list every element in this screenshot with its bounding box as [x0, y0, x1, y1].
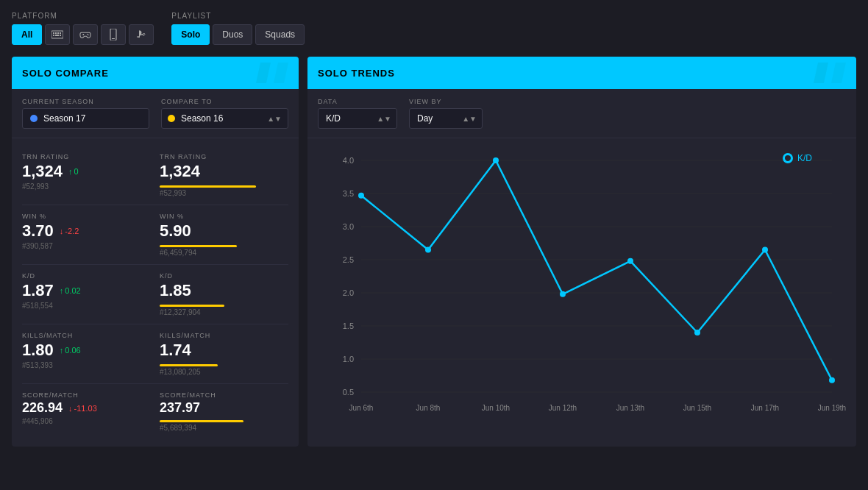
svg-point-11: [88, 35, 89, 35]
trends-controls: DATA K/D Win % Kills/Match Score/Match ▲…: [307, 89, 856, 138]
kills-compare-value: 1.74: [160, 341, 191, 360]
kd-current-value: 1.87: [22, 281, 54, 300]
accent-shape-2: [274, 63, 288, 83]
stat-value-row-kills-current: 1.80 ↑ 0.06: [22, 341, 151, 360]
score-current-rank: #445,906: [22, 417, 151, 425]
solo-compare-title: SOLO COMPARE: [22, 68, 109, 79]
season-select: Season 17: [22, 108, 149, 129]
trn-compare-value: 1,324: [160, 162, 200, 181]
viewby-select[interactable]: Day Week Month: [409, 108, 483, 129]
stat-col-current-win: WIN % 3.70 ↓ -2.2 #390,587: [22, 213, 151, 257]
compare-to-select[interactable]: Season 16 Season 15 Season 14: [162, 109, 288, 128]
accent-shape-1: [256, 63, 271, 83]
svg-text:2.5: 2.5: [343, 255, 354, 264]
platform-all-button[interactable]: All: [12, 24, 42, 45]
compare-to-label: COMPARE TO: [161, 98, 288, 105]
kills-current-change: ↑ 0.06: [60, 346, 81, 355]
playlist-label: PLAYLIST: [171, 12, 305, 20]
svg-text:Jun 19th: Jun 19th: [818, 404, 846, 412]
chart-legend: K/D: [783, 153, 812, 163]
data-label: DATA: [318, 98, 397, 105]
viewby-control-group: VIEW BY Day Week Month ▲▼: [409, 98, 483, 129]
svg-text:2.0: 2.0: [343, 288, 354, 297]
win-current-value: 3.70: [22, 221, 54, 241]
stat-label-win-compare: WIN %: [160, 213, 288, 220]
stat-row-win-pct: WIN % 3.70 ↓ -2.2 #390,587 WIN %: [22, 205, 288, 265]
data-control-group: DATA K/D Win % Kills/Match Score/Match ▲…: [318, 98, 397, 129]
stat-col-compare-kd: K/D 1.85 #12,327,904: [160, 272, 288, 316]
kd-compare-value: 1.85: [160, 281, 191, 300]
win-current-rank: #390,587: [22, 242, 151, 250]
compare-to-group: COMPARE TO Season 16 Season 15 Season 14…: [161, 98, 288, 129]
platform-controller-button[interactable]: [73, 24, 98, 45]
svg-rect-3: [57, 32, 59, 34]
stat-row-kd: K/D 1.87 ↑ 0.02 #518,554 K/D: [22, 265, 288, 324]
solo-trends-title: SOLO TRENDS: [318, 68, 395, 79]
legend-circle-icon: [783, 153, 793, 163]
chart-point-7: [829, 377, 835, 383]
stat-value-row-kills-compare: 1.74: [160, 341, 288, 360]
playlist-buttons: Solo Duos Squads: [171, 24, 305, 45]
viewby-select-wrapper: Day Week Month ▲▼: [409, 108, 483, 129]
win-compare-value: 5.90: [160, 221, 191, 241]
trends-header-accent: [814, 63, 846, 83]
chart-point-2: [493, 157, 499, 163]
stat-label-kd-current: K/D: [22, 272, 151, 280]
svg-text:3.5: 3.5: [343, 189, 354, 198]
platform-playstation-button[interactable]: [129, 24, 154, 45]
platform-keyboard-button[interactable]: [45, 24, 70, 45]
kills-current-value: 1.80: [22, 341, 54, 360]
chart-point-3: [560, 291, 566, 297]
stat-col-compare-kills: KILLS/MATCH 1.74 #13,080,205: [160, 332, 288, 376]
win-compare-rank: #6,459,794: [160, 249, 288, 257]
stat-label-win-current: WIN %: [22, 213, 151, 220]
kills-current-rank: #513,393: [22, 361, 151, 369]
stat-label-kills-compare: KILLS/MATCH: [160, 332, 288, 339]
stat-col-current-score: SCORE/MATCH 226.94 ↓ -11.03 #445,906: [22, 391, 151, 432]
chart-point-0: [358, 193, 364, 199]
header-accent: [256, 63, 288, 83]
stat-col-compare-score: SCORE/MATCH 237.97 #5,689,394: [160, 391, 288, 432]
stat-label-kills-current: KILLS/MATCH: [22, 332, 151, 339]
playlist-duos-button[interactable]: Duos: [213, 24, 252, 45]
score-compare-value: 237.97: [160, 400, 200, 416]
svg-text:Jun 10th: Jun 10th: [482, 404, 510, 412]
legend-label: K/D: [797, 153, 812, 163]
stat-value-row-trn-current: 1,324 ↑ 0: [22, 162, 151, 181]
data-select[interactable]: K/D Win % Kills/Match Score/Match: [318, 108, 397, 129]
playlist-squads-button[interactable]: Squads: [255, 24, 305, 45]
compare-controls: CURRENT SEASON Season 17 COMPARE TO Seas…: [12, 89, 299, 138]
mobile-icon: [110, 29, 117, 40]
kills-compare-bar: [160, 364, 218, 366]
stat-label-trn-current: TRN RATING: [22, 153, 151, 160]
season-dot: [30, 115, 38, 122]
compare-dot: [168, 115, 175, 122]
trends-accent-2: [831, 63, 846, 83]
svg-point-10: [87, 34, 88, 35]
platform-mobile-button[interactable]: [101, 24, 126, 45]
playlist-solo-button[interactable]: Solo: [171, 24, 210, 45]
stats-grid: TRN RATING 1,324 ↑ 0 #52,993 TRN RATING: [12, 138, 299, 447]
stat-row-trn-rating: TRN RATING 1,324 ↑ 0 #52,993 TRN RATING: [22, 146, 288, 205]
stat-value-row-win-compare: 5.90: [160, 221, 288, 241]
score-compare-bar: [160, 420, 243, 422]
stat-col-current-kd: K/D 1.87 ↑ 0.02 #518,554: [22, 272, 151, 316]
keyboard-icon: [51, 29, 63, 40]
solo-compare-header: SOLO COMPARE: [12, 57, 299, 89]
svg-rect-1: [53, 32, 54, 34]
score-current-value: 226.94: [22, 400, 63, 416]
data-select-wrapper: K/D Win % Kills/Match Score/Match ▲▼: [318, 108, 397, 129]
stat-label-score-current: SCORE/MATCH: [22, 391, 151, 399]
stat-value-row-kd-current: 1.87 ↑ 0.02: [22, 281, 151, 300]
trn-current-change: ↑ 0: [68, 167, 79, 176]
win-arrow-down-icon: ↓: [60, 227, 64, 235]
current-season-label: CURRENT SEASON: [22, 98, 149, 105]
svg-text:Jun 17th: Jun 17th: [751, 404, 779, 412]
viewby-label: VIEW BY: [409, 98, 483, 105]
trn-arrow-up-icon: ↑: [68, 167, 73, 176]
trn-compare-bar: [160, 185, 256, 188]
stat-col-current-trn: TRN RATING 1,324 ↑ 0 #52,993: [22, 153, 151, 197]
solo-trends-panel: SOLO TRENDS DATA K/D Win % Kills/Match S…: [307, 57, 856, 447]
solo-compare-panel: SOLO COMPARE CURRENT SEASON Season 17 CO…: [12, 57, 299, 447]
current-season-group: CURRENT SEASON Season 17: [22, 98, 149, 129]
